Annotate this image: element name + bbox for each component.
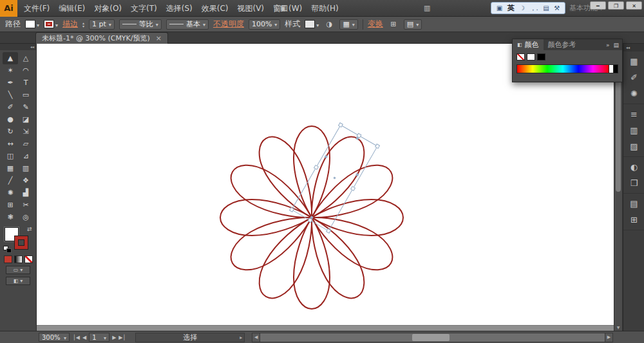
eyedropper-tool[interactable]: ╱: [3, 174, 18, 187]
document-setup-select[interactable]: ▦: [339, 19, 357, 30]
graphic-styles-panel-icon[interactable]: ❒: [623, 175, 644, 191]
style-swatch[interactable]: [305, 20, 315, 28]
color-spectrum-bar[interactable]: [516, 64, 618, 73]
brushes-panel-icon[interactable]: ✐: [623, 70, 644, 86]
scroll-right-icon[interactable]: ▶: [605, 333, 613, 342]
selection-tool[interactable]: ▲: [3, 52, 18, 64]
restore-button[interactable]: ❐: [608, 1, 624, 10]
fill-swatch[interactable]: [25, 20, 35, 28]
shape-builder-tool[interactable]: ◫: [3, 150, 18, 162]
arrange-documents-icon[interactable]: ▥: [424, 0, 430, 17]
swap-fill-stroke-icon[interactable]: [27, 226, 32, 232]
none-swatch[interactable]: [516, 53, 525, 60]
stroke-weight-stepper[interactable]: ▴▾: [82, 21, 84, 28]
screen-mode-button[interactable]: ◧: [6, 277, 30, 285]
panel-menu-icon[interactable]: ▤: [613, 42, 619, 48]
type-tool[interactable]: T: [18, 77, 33, 89]
close-icon[interactable]: ×: [156, 34, 162, 42]
opacity-select[interactable]: 100%: [249, 19, 280, 30]
style-picker[interactable]: [305, 20, 319, 29]
zoom-tool[interactable]: ◎: [18, 211, 33, 223]
first-artboard-button[interactable]: │◀: [73, 335, 80, 340]
none-mode-button[interactable]: [24, 255, 33, 263]
swatches-panel-icon[interactable]: ▦: [623, 53, 644, 70]
line-segment-tool[interactable]: ╲: [3, 89, 18, 101]
width-profile-select[interactable]: 等比: [119, 19, 162, 30]
selection-handle[interactable]: [339, 123, 343, 127]
last-artboard-button[interactable]: ▶│: [118, 335, 126, 340]
artboard-number-field[interactable]: 1: [89, 333, 109, 342]
lasso-tool[interactable]: ◠: [18, 64, 33, 77]
panel-collapse-icon[interactable]: »: [606, 42, 610, 48]
menu-item-1[interactable]: 文件(F): [19, 0, 54, 17]
vertical-scrollbar[interactable]: ▲ ▼: [614, 44, 623, 331]
pencil-tool[interactable]: ✎: [18, 101, 33, 113]
scroll-left-icon[interactable]: ◀: [252, 333, 260, 342]
ime-language-mode[interactable]: 英: [507, 3, 515, 14]
spectrum-black[interactable]: [613, 65, 618, 73]
rectangle-tool[interactable]: ▭: [18, 89, 33, 101]
artboard-tool[interactable]: ⊞: [3, 199, 18, 211]
tab-color-guide[interactable]: 颜色参考: [544, 39, 581, 50]
close-button[interactable]: ✕: [626, 1, 642, 10]
opacity-panel-link[interactable]: 不透明度: [213, 19, 244, 30]
scroll-down-icon[interactable]: ▼: [614, 323, 622, 331]
menu-item-4[interactable]: 文字(T): [126, 0, 162, 17]
gradient-tool[interactable]: ▥: [18, 162, 33, 174]
menu-item-5[interactable]: 选择(S): [162, 0, 197, 17]
brush-definition-select[interactable]: 基本: [166, 19, 209, 30]
expand-panels-icon[interactable]: ◂◂: [623, 44, 644, 51]
symbols-panel-icon[interactable]: ✺: [623, 86, 644, 102]
drawing-modes-button[interactable]: ▭: [6, 266, 30, 274]
menu-item-6[interactable]: 效果(C): [197, 0, 233, 17]
flower-artwork[interactable]: [37, 44, 614, 325]
ime-input-method-icon[interactable]: ▣: [497, 3, 502, 14]
ime-settings-icon[interactable]: ⚒: [554, 3, 560, 14]
scale-tool[interactable]: ⇲: [18, 125, 33, 138]
menu-item-8[interactable]: 窗口(W): [269, 0, 307, 17]
black-swatch[interactable]: [537, 53, 545, 60]
artboard-canvas[interactable]: [37, 44, 614, 331]
zoom-level-select[interactable]: 300%: [39, 333, 70, 342]
previous-artboard-button[interactable]: ◀: [82, 335, 86, 340]
menu-item-9[interactable]: 帮助(H): [307, 0, 343, 17]
magic-wand-tool[interactable]: ✶: [3, 64, 18, 77]
default-fill-stroke-icon[interactable]: [3, 246, 12, 254]
horizontal-scroll-track[interactable]: [260, 333, 605, 342]
transform-panel-link[interactable]: 变换: [368, 19, 383, 30]
layers-panel-icon[interactable]: ▤: [623, 196, 644, 212]
menu-item-3[interactable]: 对象(O): [90, 0, 126, 17]
stroke-color-proxy[interactable]: [14, 236, 28, 250]
paintbrush-tool[interactable]: ✐: [3, 101, 18, 113]
selection-bounding-box[interactable]: [290, 123, 380, 233]
status-display[interactable]: 选择: [135, 333, 245, 342]
mesh-tool[interactable]: ▦: [3, 162, 18, 174]
tab-color[interactable]: ◧ 颜色: [513, 39, 544, 50]
color-mode-button[interactable]: [4, 255, 12, 263]
transparency-panel-icon[interactable]: ▨: [623, 138, 644, 154]
stroke-panel-icon[interactable]: ≡: [623, 106, 644, 122]
selection-handle[interactable]: [375, 144, 380, 149]
pen-tool[interactable]: ✒: [3, 77, 18, 89]
rotate-tool[interactable]: ↻: [3, 125, 18, 138]
appearance-panel-icon[interactable]: ◐: [623, 159, 644, 175]
blend-tool[interactable]: ❖: [18, 174, 33, 187]
document-tab[interactable]: 未标题-1* @ 300% (CMYK/预览) ×: [35, 32, 168, 44]
eraser-tool[interactable]: ◪: [18, 113, 33, 125]
ime-punctuation-icon[interactable]: ，.: [530, 3, 538, 14]
toolbox-collapse-icon[interactable]: ◂◂: [0, 44, 36, 50]
stroke-color-picker[interactable]: [44, 20, 58, 29]
stroke-swatch[interactable]: [44, 20, 54, 28]
horizontal-scroll-thumb[interactable]: [412, 334, 450, 341]
stroke-panel-link[interactable]: 描边: [62, 19, 78, 30]
gradient-mode-button[interactable]: [14, 255, 23, 263]
blob-brush-tool[interactable]: ●: [3, 113, 18, 125]
fill-color-picker[interactable]: [25, 20, 39, 29]
panel-options-select[interactable]: ▤: [404, 19, 422, 30]
horizontal-scrollbar[interactable]: ◀ ▶: [252, 333, 613, 342]
recolor-artwork-icon[interactable]: ◑: [323, 19, 335, 30]
minimize-button[interactable]: ━: [590, 1, 606, 10]
menu-item-7[interactable]: 视图(V): [232, 0, 269, 17]
artboards-panel-icon[interactable]: ⊞: [623, 212, 644, 228]
status-flyout-icon[interactable]: [240, 335, 242, 340]
